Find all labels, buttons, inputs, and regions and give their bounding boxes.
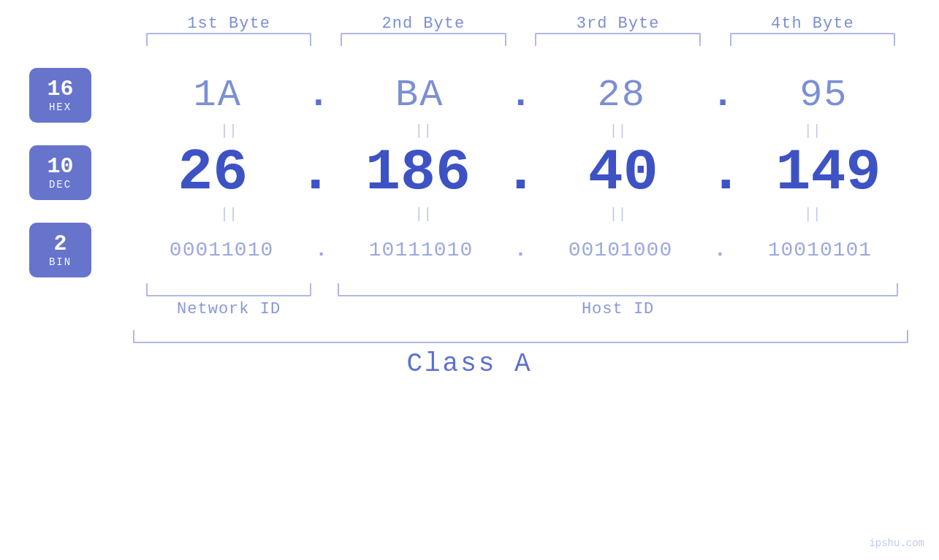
hex-label: HEX	[49, 101, 72, 113]
sep-1-2: ||	[326, 123, 520, 139]
sep-2-1: ||	[132, 206, 326, 223]
hex-byte-2: BA	[334, 74, 506, 117]
separator-row-1: || || || ||	[29, 123, 910, 139]
dec-byte-2: 186	[337, 139, 500, 206]
dec-dot-3: .	[708, 139, 743, 206]
bin-num: 2	[53, 232, 66, 256]
sep-1-3: ||	[521, 123, 715, 139]
sep-2-4: ||	[715, 206, 910, 223]
bin-byte-2: 10111010	[331, 239, 511, 261]
dec-row: 10 DEC 26 . 186 . 40 . 149	[29, 139, 910, 206]
dec-byte-4: 149	[747, 139, 910, 206]
class-bracket-section	[29, 330, 910, 343]
byte-label-1: 1st Byte	[132, 15, 326, 33]
sep-2-3: ||	[521, 206, 715, 223]
separator-row-2: || || || ||	[29, 206, 910, 223]
bin-byte-4: 10010101	[730, 239, 910, 261]
bracket-line-1	[146, 33, 311, 46]
byte-label-4: 4th Byte	[715, 15, 910, 33]
class-bracket-line	[133, 330, 908, 343]
dec-dot-2: .	[503, 139, 538, 206]
dec-byte-3: 40	[542, 139, 705, 206]
byte-label-2: 2nd Byte	[326, 15, 520, 33]
hex-byte-3: 28	[536, 74, 707, 117]
bin-dot-3: .	[714, 239, 726, 261]
hex-badge: 16 HEX	[29, 68, 91, 123]
bracket-line-2	[341, 33, 506, 46]
network-id-label: Network ID	[177, 300, 281, 318]
bin-dot-2: .	[514, 239, 527, 261]
hex-values-row: 1A . BA . 28 . 95	[132, 74, 910, 117]
bracket-2	[326, 33, 520, 46]
hex-byte-1: 1A	[132, 74, 303, 117]
network-id-section: Network ID	[132, 283, 326, 318]
id-section: Network ID Host ID	[29, 283, 910, 318]
hex-row: 16 HEX 1A . BA . 28 . 95	[29, 68, 910, 123]
host-id-section: Host ID	[326, 283, 910, 318]
bracket-line-3	[535, 33, 700, 46]
bracket-4	[715, 33, 910, 46]
main-container: 1st Byte 2nd Byte 3rd Byte 4th Byte 16 H…	[0, 0, 939, 560]
dec-dot-1: .	[298, 139, 333, 206]
bin-values-row: 00011010 . 10111010 . 00101000 . 1001010…	[132, 239, 910, 261]
class-label: Class A	[406, 349, 532, 379]
bin-row: 2 BIN 00011010 . 10111010 . 00101000 . 1…	[29, 223, 910, 277]
bracket-3	[521, 33, 715, 46]
footer: ipshu.com	[869, 537, 924, 549]
sep-2-2: ||	[326, 206, 520, 223]
hex-num: 16	[47, 77, 73, 101]
dec-num: 10	[47, 155, 73, 179]
byte-label-3: 3rd Byte	[521, 15, 715, 33]
sep-1-1: ||	[132, 123, 326, 139]
dec-byte-1: 26	[132, 139, 294, 206]
bin-label: BIN	[49, 256, 72, 268]
bin-byte-3: 00101000	[531, 239, 710, 261]
bin-badge: 2 BIN	[29, 223, 91, 277]
hex-dot-2: .	[509, 74, 532, 117]
dec-badge: 10 DEC	[29, 145, 91, 200]
hex-dot-3: .	[711, 74, 734, 117]
bracket-1	[132, 33, 326, 46]
class-text-row: Class A	[29, 349, 910, 379]
dec-values-row: 26 . 186 . 40 . 149	[132, 139, 910, 206]
host-id-bracket	[338, 283, 898, 296]
dec-label: DEC	[49, 179, 72, 191]
bin-byte-1: 00011010	[132, 239, 311, 261]
network-id-bracket	[146, 283, 311, 296]
bracket-line-4	[730, 33, 895, 46]
host-id-label: Host ID	[582, 300, 654, 318]
byte-labels-row: 1st Byte 2nd Byte 3rd Byte 4th Byte	[29, 15, 910, 33]
hex-byte-4: 95	[738, 74, 910, 117]
hex-dot-1: .	[307, 74, 330, 117]
bin-dot-1: .	[315, 239, 327, 261]
sep-1-4: ||	[715, 123, 910, 139]
top-brackets-row	[29, 33, 910, 46]
